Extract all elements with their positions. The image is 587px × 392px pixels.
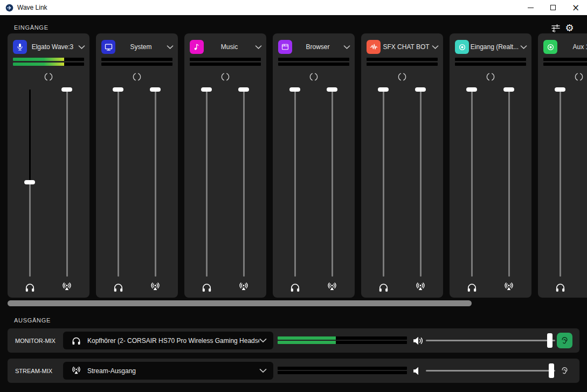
input-channel-card: Elgato Wave:3 xyxy=(8,33,89,298)
stereo-link-icon[interactable] xyxy=(538,72,587,81)
fader-handle[interactable] xyxy=(61,87,72,92)
output-mixer-icon[interactable] xyxy=(549,22,562,34)
channel-name: Browser xyxy=(292,43,343,51)
meter-bar xyxy=(278,336,407,340)
fader-handle[interactable] xyxy=(113,87,123,92)
fader-track-lower xyxy=(206,90,208,277)
meter-bar xyxy=(278,367,407,370)
monitor-fader[interactable] xyxy=(112,87,124,277)
fader-handle[interactable] xyxy=(238,87,249,92)
stream-fader[interactable] xyxy=(503,87,515,277)
channels-row: Elgato Wave:3 xyxy=(8,33,587,298)
channel-name: Elgato Wave:3 xyxy=(27,43,78,51)
meter-bar xyxy=(278,371,407,374)
monitor-fader[interactable] xyxy=(466,87,478,277)
waveform-icon xyxy=(367,40,381,54)
stereo-link-icon[interactable] xyxy=(184,72,266,81)
stereo-link-icon[interactable] xyxy=(450,72,531,81)
monitor-fader[interactable] xyxy=(24,87,36,277)
channel-source-dropdown[interactable]: SFX CHAT BOT xyxy=(367,40,439,54)
channel-level-meter xyxy=(13,58,84,67)
fader-handle[interactable] xyxy=(150,87,161,92)
fader-handle[interactable] xyxy=(503,87,514,92)
stream-listen-button[interactable] xyxy=(557,363,572,379)
monitor-volume-slider[interactable] xyxy=(426,328,555,353)
fader-track-lower xyxy=(508,90,510,277)
meter-bar xyxy=(543,58,587,61)
monitor-fader[interactable] xyxy=(201,87,212,277)
fader-handle[interactable] xyxy=(24,180,35,184)
stereo-link-icon[interactable] xyxy=(96,72,178,81)
channel-source-dropdown[interactable]: Aux 1 ( xyxy=(543,40,587,54)
stream-fader[interactable] xyxy=(415,87,426,277)
gear-icon[interactable]: ⚙ xyxy=(563,22,576,34)
horizontal-scrollbar[interactable] xyxy=(8,300,472,306)
fader-handle[interactable] xyxy=(289,87,300,92)
stream-fader[interactable] xyxy=(149,87,161,277)
stream-fader[interactable] xyxy=(61,87,73,277)
fader-track-lower xyxy=(118,90,119,277)
fader-track-lower xyxy=(66,90,68,277)
maximize-button[interactable] xyxy=(542,0,564,15)
speaker-on-icon[interactable] xyxy=(411,334,425,348)
monitor-device-value: Kopfhörer (2- CORSAIR HS70 Pro Wireless … xyxy=(87,337,259,345)
outputs-section-label: AUSGÄNGE xyxy=(14,317,51,324)
monitor-fader[interactable] xyxy=(289,87,301,277)
input-channel-card: Aux 1 ( xyxy=(538,33,587,298)
stream-fader[interactable] xyxy=(326,87,338,277)
close-button[interactable]: × xyxy=(564,0,587,15)
channel-source-dropdown[interactable]: Eingang (Realt... xyxy=(455,40,527,54)
fader-handle[interactable] xyxy=(327,87,337,92)
chevron-down-icon xyxy=(432,45,439,50)
headphones-icon xyxy=(70,335,82,346)
stream-fader[interactable] xyxy=(238,87,250,277)
chevron-down-icon xyxy=(259,368,267,373)
channel-source-dropdown[interactable]: Music xyxy=(190,40,262,54)
slider-handle[interactable] xyxy=(547,333,553,348)
stream-volume-slider[interactable] xyxy=(426,359,555,383)
stream-device-dropdown[interactable]: Stream-Ausgang xyxy=(63,362,273,380)
stream-level-meter xyxy=(278,367,407,375)
microphone-icon xyxy=(13,40,27,54)
stream-mix-row: STREAM-MIX Stream-Ausgang xyxy=(8,359,579,383)
monitor-fader[interactable] xyxy=(377,87,389,277)
input-channel-card: Browser xyxy=(273,33,355,298)
fader-handle[interactable] xyxy=(378,87,389,92)
channel-source-dropdown[interactable]: Browser xyxy=(278,40,350,54)
channel-level-meter xyxy=(543,58,587,67)
fader-handle[interactable] xyxy=(201,87,212,92)
chevron-down-icon xyxy=(520,45,527,50)
channel-source-dropdown[interactable]: Elgato Wave:3 xyxy=(13,40,85,54)
minimize-icon xyxy=(528,8,534,8)
stereo-link-icon[interactable] xyxy=(8,72,89,81)
meter-bar xyxy=(13,58,84,61)
monitor-device-dropdown[interactable]: Kopfhörer (2- CORSAIR HS70 Pro Wireless … xyxy=(63,332,273,349)
fader-track-lower xyxy=(29,182,31,277)
fader-track-lower xyxy=(332,90,333,277)
window-controls: × xyxy=(519,0,587,15)
minimize-button[interactable] xyxy=(519,0,542,15)
channel-level-meter xyxy=(367,58,438,67)
input-channel-card: Music xyxy=(184,33,266,298)
fader-handle[interactable] xyxy=(555,87,565,92)
fader-track-lower xyxy=(560,90,561,277)
monitor-fader[interactable] xyxy=(554,87,566,277)
stereo-link-icon[interactable] xyxy=(273,72,355,81)
slider-handle[interactable] xyxy=(549,363,554,378)
chevron-down-icon xyxy=(255,45,262,50)
channel-source-dropdown[interactable]: System xyxy=(101,40,174,54)
input-channel-card: SFX CHAT BOT xyxy=(361,33,443,298)
fader-handle[interactable] xyxy=(466,87,477,92)
fader-handle[interactable] xyxy=(415,87,426,92)
headphones-icon xyxy=(376,279,391,294)
wave-link-logo-icon xyxy=(5,4,13,12)
speaker-muted-icon[interactable] xyxy=(411,364,425,378)
stereo-link-icon[interactable] xyxy=(361,72,443,81)
headphones-icon xyxy=(464,279,479,294)
monitor-listen-button[interactable] xyxy=(557,333,572,348)
meter-bar xyxy=(190,63,261,66)
browser-window-icon xyxy=(278,40,292,54)
headphones-icon xyxy=(199,279,214,294)
meter-bar xyxy=(278,58,349,61)
chevron-down-icon xyxy=(167,45,174,50)
